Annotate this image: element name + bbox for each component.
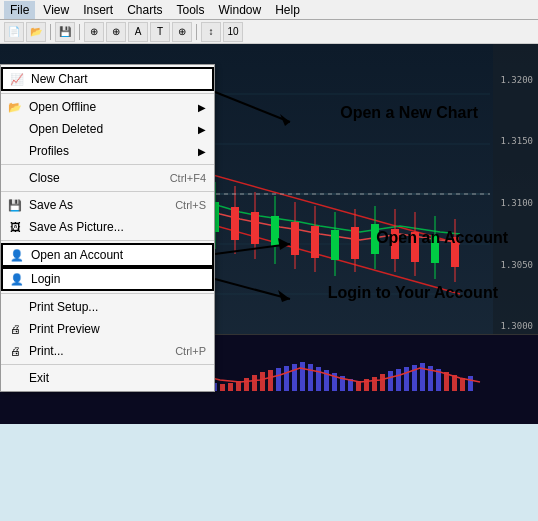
toolbar-btn6[interactable]: T <box>150 22 170 42</box>
new-chart-icon: 📈 <box>7 70 27 88</box>
print-preview-icon: 🖨 <box>5 320 25 338</box>
chart-area: 1.3200 1.3150 1.3100 1.3050 1.3000 1.295… <box>0 44 538 424</box>
svg-rect-87 <box>252 375 257 391</box>
menu-item-open-account[interactable]: 👤 Open an Account <box>1 243 214 267</box>
close-shortcut: Ctrl+F4 <box>170 172 206 184</box>
toolbar-new[interactable]: 📄 <box>4 22 24 42</box>
svg-rect-93 <box>300 362 305 391</box>
toolbar-sep2 <box>79 24 80 40</box>
svg-rect-28 <box>231 207 239 240</box>
svg-rect-94 <box>308 364 313 391</box>
menu-sep-3 <box>1 191 214 192</box>
menu-window[interactable]: Window <box>213 1 268 19</box>
svg-rect-102 <box>372 377 377 391</box>
toolbar-btn3[interactable]: ⊕ <box>84 22 104 42</box>
menu-help[interactable]: Help <box>269 1 306 19</box>
toolbar: 📄 📂 💾 ⊕ ⊕ A T ⊕ ↕ 10 <box>0 20 538 44</box>
menu-item-save-as[interactable]: 💾 Save As Ctrl+S <box>1 194 214 216</box>
svg-rect-113 <box>460 378 465 391</box>
menu-item-profiles[interactable]: Profiles ▶ <box>1 140 214 162</box>
menu-item-new-chart[interactable]: 📈 New Chart <box>1 67 214 91</box>
svg-rect-91 <box>284 366 289 391</box>
svg-rect-89 <box>268 370 273 391</box>
toolbar-open[interactable]: 📂 <box>26 22 46 42</box>
menu-item-print[interactable]: 🖨 Print... Ctrl+P <box>1 340 214 362</box>
svg-rect-46 <box>411 232 419 262</box>
toolbar-btn8[interactable]: ↕ <box>201 22 221 42</box>
menu-sep-5 <box>1 293 214 294</box>
file-dropdown-menu: 📈 New Chart 📂 Open Offline ▶ Open Delete… <box>0 64 215 392</box>
save-pic-icon: 🖼 <box>5 218 25 236</box>
menu-item-exit[interactable]: Exit <box>1 367 214 389</box>
menu-item-save-as-picture[interactable]: 🖼 Save As Picture... <box>1 216 214 238</box>
menu-sep-4 <box>1 240 214 241</box>
svg-rect-44 <box>391 229 399 259</box>
menu-sep-2 <box>1 164 214 165</box>
svg-rect-114 <box>468 376 473 391</box>
menu-item-print-setup[interactable]: Print Setup... <box>1 296 214 318</box>
menu-sep-6 <box>1 364 214 365</box>
svg-rect-103 <box>380 374 385 391</box>
svg-rect-106 <box>404 367 409 391</box>
save-as-icon: 💾 <box>5 196 25 214</box>
arrow-right-icon3: ▶ <box>198 146 206 157</box>
toolbar-btn4[interactable]: ⊕ <box>106 22 126 42</box>
svg-rect-48 <box>431 235 439 263</box>
menu-charts[interactable]: Charts <box>121 1 168 19</box>
menu-sep-1 <box>1 93 214 94</box>
toolbar-btn9[interactable]: 10 <box>223 22 243 42</box>
svg-rect-92 <box>292 364 297 391</box>
svg-rect-83 <box>220 384 225 391</box>
price-label-5: 1.3000 <box>495 321 536 331</box>
toolbar-sep1 <box>50 24 51 40</box>
svg-rect-86 <box>244 378 249 391</box>
svg-rect-40 <box>351 227 359 259</box>
arrow-right-icon2: ▶ <box>198 124 206 135</box>
price-label-1: 1.3200 <box>495 75 536 85</box>
open-offline-icon: 📂 <box>5 98 25 116</box>
price-label-4: 1.3050 <box>495 260 536 270</box>
toolbar-sep3 <box>196 24 197 40</box>
price-label-3: 1.3100 <box>495 198 536 208</box>
svg-rect-50 <box>451 237 459 267</box>
arrow-right-icon: ▶ <box>198 102 206 113</box>
menu-item-close[interactable]: Close Ctrl+F4 <box>1 167 214 189</box>
menu-item-login[interactable]: 👤 Login <box>1 267 214 291</box>
toolbar-btn5[interactable]: A <box>128 22 148 42</box>
menu-insert[interactable]: Insert <box>77 1 119 19</box>
open-account-icon: 👤 <box>7 246 27 264</box>
save-shortcut: Ctrl+S <box>175 199 206 211</box>
toolbar-save[interactable]: 💾 <box>55 22 75 42</box>
svg-rect-105 <box>396 369 401 391</box>
menu-item-print-preview[interactable]: 🖨 Print Preview <box>1 318 214 340</box>
menu-file[interactable]: File <box>4 1 35 19</box>
svg-rect-34 <box>291 222 299 255</box>
svg-rect-38 <box>331 230 339 260</box>
svg-rect-108 <box>420 363 425 391</box>
svg-rect-90 <box>276 368 281 391</box>
menu-tools[interactable]: Tools <box>171 1 211 19</box>
toolbar-btn7[interactable]: ⊕ <box>172 22 192 42</box>
print-icon: 🖨 <box>5 342 25 360</box>
svg-rect-104 <box>388 371 393 391</box>
svg-rect-42 <box>371 224 379 254</box>
menubar: File View Insert Charts Tools Window Hel… <box>0 0 538 20</box>
svg-rect-88 <box>260 372 265 391</box>
print-shortcut: Ctrl+P <box>175 345 206 357</box>
menu-item-open-offline[interactable]: 📂 Open Offline ▶ <box>1 96 214 118</box>
svg-rect-84 <box>228 383 233 391</box>
menu-item-open-deleted[interactable]: Open Deleted ▶ <box>1 118 214 140</box>
svg-rect-32 <box>271 216 279 246</box>
price-label-2: 1.3150 <box>495 136 536 146</box>
login-icon: 👤 <box>7 270 27 288</box>
svg-rect-30 <box>251 212 259 244</box>
svg-rect-36 <box>311 226 319 258</box>
menu-view[interactable]: View <box>37 1 75 19</box>
